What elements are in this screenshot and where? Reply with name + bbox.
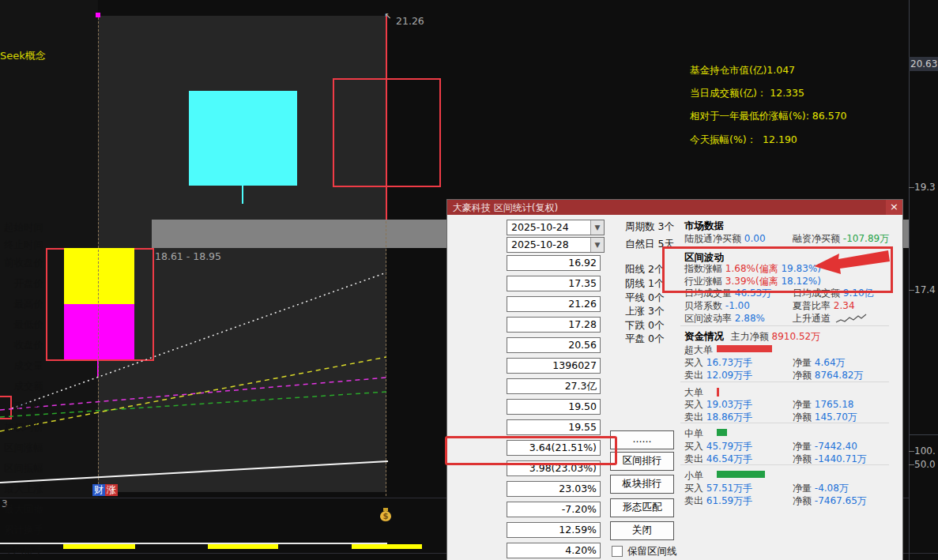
- fund-flow-bar: [717, 471, 765, 478]
- dialog-button[interactable]: 形态匹配: [610, 498, 674, 517]
- interval-start-handle[interactable]: [96, 13, 100, 17]
- panel-col2: 夏普比率 2.34: [793, 299, 855, 313]
- indicator-badge[interactable]: 财涨: [92, 481, 118, 496]
- panel-text: 57.51万手: [706, 483, 752, 494]
- panel-text: 18.86万手: [706, 412, 752, 423]
- panel-text: 46.54万手: [706, 453, 752, 464]
- axis-tick: [909, 464, 914, 465]
- field-label: 区间涨幅: [0, 442, 43, 455]
- field-label: 加权均价: [0, 421, 43, 434]
- field-value: 17.28: [507, 317, 601, 333]
- field-value: 4.20%: [507, 543, 601, 558]
- panel-line: 资金情况 主力净额 8910.52万: [684, 330, 820, 344]
- panel-line: 超大单: [684, 344, 713, 357]
- panel-text: -7442.40: [815, 441, 857, 452]
- field-label: 前收盘价: [0, 257, 43, 270]
- panel-text: 小单: [684, 470, 703, 481]
- panel-text: 卖出: [684, 495, 706, 506]
- panel-text: 12.09万手: [706, 370, 752, 381]
- panel-text: 净量: [793, 399, 815, 410]
- panel-line: 卖出 12.09万手净额 8764.82万: [684, 369, 752, 382]
- panel-text: 夏普比率: [793, 300, 834, 311]
- axis-tick: [909, 451, 914, 452]
- fund-flow-bar: [717, 345, 772, 352]
- interval-end-line[interactable]: [386, 16, 387, 220]
- axis-tick: [909, 290, 914, 291]
- panel-text: 净额: [793, 495, 815, 506]
- panel-text: 4.64万: [815, 357, 846, 368]
- rising-channel-icon: [835, 314, 867, 324]
- axis-pane-divider: [909, 434, 938, 435]
- field-label: 成交额: [0, 380, 43, 393]
- panel-text: 资金情况: [684, 330, 731, 342]
- panel-line: 卖出 61.59万手净额 -7467.65万: [684, 494, 752, 508]
- count-stat: 阳线 2个: [625, 263, 664, 276]
- chevron-down-icon[interactable]: ▼: [590, 220, 604, 235]
- panel-line: 卖出 46.54万手净额 -1440.71万: [684, 453, 752, 466]
- dialog-button[interactable]: ......: [610, 430, 674, 449]
- dialog-button[interactable]: 区间排行: [610, 452, 674, 471]
- count-stat: 平线 0个: [625, 291, 664, 305]
- panel-text: 净额: [793, 412, 815, 423]
- field-label: 平均换手: [0, 544, 43, 558]
- interval-start-line[interactable]: [98, 13, 99, 496]
- count-stat: 阴线 1个: [625, 277, 664, 291]
- candle-wick-up: [242, 185, 243, 204]
- panel-text: 买入: [684, 357, 706, 368]
- indicator-segment-yellow: [208, 544, 278, 549]
- panel-text: 16.73万手: [706, 357, 752, 368]
- panel-text: -7467.65万: [815, 495, 867, 506]
- panel-text: 2.88%: [735, 313, 765, 324]
- panel-text: 买入: [684, 483, 706, 494]
- dialog-button[interactable]: 关闭: [610, 521, 674, 540]
- panel-text: 区间波动率: [684, 313, 735, 324]
- panel-text: 上升通道: [793, 313, 834, 324]
- panel-col2: 上升通道: [793, 312, 867, 325]
- field-label: 成交量: [0, 359, 43, 373]
- panel-text: 主力净额: [731, 331, 772, 342]
- field-value: -7.20%: [507, 502, 601, 517]
- fund-flow-bar: [717, 429, 727, 436]
- date-input[interactable]: 2025-10-24▼: [507, 220, 605, 235]
- panel-line: 买入 57.51万手净量 -4.08万: [684, 482, 752, 495]
- panel-text: 净额: [793, 453, 815, 464]
- field-label: 平均价: [0, 400, 43, 414]
- panel-divider: [680, 325, 889, 326]
- cursor-price-label: 21.26: [396, 15, 424, 27]
- panel-text: 陆股通净买额: [684, 233, 744, 244]
- panel-text: 0.00: [744, 233, 766, 244]
- chevron-down-icon[interactable]: ▼: [590, 238, 604, 252]
- axis-label: 17.4: [914, 284, 936, 295]
- field-label: 开盘价: [0, 277, 43, 291]
- dialog-button[interactable]: 板块排行: [610, 475, 674, 494]
- panel-line: 卖出 18.86万手净额 145.70万: [684, 411, 752, 424]
- panel-text: 市场数据: [684, 220, 724, 231]
- field-label: 收盘价: [0, 339, 43, 352]
- panel-text: 大单: [684, 387, 703, 398]
- panel-text: 融资净买额: [793, 233, 843, 244]
- panel-text: 45.79万手: [706, 441, 752, 452]
- field-value: 27.3亿: [507, 378, 601, 394]
- panel-line: 买入 16.73万手净量 4.64万: [684, 356, 752, 370]
- indicator-baseline: [0, 543, 387, 544]
- date-input[interactable]: 2025-10-28▼: [507, 237, 605, 253]
- candle-block-yellow: [64, 248, 134, 304]
- panel-line: 市场数据: [684, 220, 724, 233]
- fund-info-line: 相对于一年最低价涨幅(%): 86.570: [690, 110, 847, 123]
- dialog-title: 大豪科技 区间统计(复权): [453, 201, 558, 215]
- count-stat: 上涨 3个: [625, 305, 664, 318]
- price-range-label: 18.61 - 18.95: [155, 250, 221, 262]
- axis-label: 100.: [914, 445, 936, 457]
- field-value: 12.59%: [507, 522, 601, 538]
- panel-text: 8764.82万: [815, 370, 864, 381]
- panel-text: -1440.71万: [815, 453, 867, 464]
- checkbox-unchecked[interactable]: [612, 546, 623, 557]
- interval-statistics-dialog: 大豪科技 区间统计(复权) × 起始时间2025-10-24▼终止时间2025-…: [446, 199, 903, 560]
- checkbox-label: 保留区间线: [627, 545, 677, 558]
- panel-text: 买入: [684, 441, 706, 452]
- panel-col2: 净量 4.64万: [793, 356, 846, 370]
- panel-text: 19.03万手: [706, 399, 752, 410]
- panel-col2: 净额 8764.82万: [793, 369, 863, 382]
- fund-info-line: 今天振幅(%)： 12.190: [690, 133, 797, 147]
- field-label: 起始时间: [0, 221, 43, 235]
